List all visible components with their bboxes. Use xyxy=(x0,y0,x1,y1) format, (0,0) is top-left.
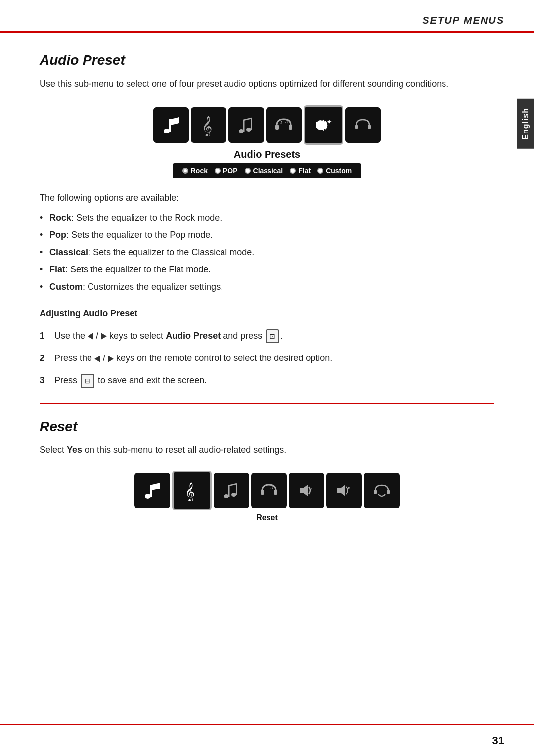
header-title: SETUP MENUS xyxy=(422,15,504,26)
svg-point-5 xyxy=(246,128,251,132)
reset-icon-5: ♪ xyxy=(289,473,324,508)
bullet-rock-text: : Sets the equalizer to the Rock mode. xyxy=(71,213,222,222)
radio-pop: POP xyxy=(215,167,238,175)
reset-heading: Reset xyxy=(40,419,494,435)
enter-button-icon: ⊡ xyxy=(266,329,279,343)
radio-classical-label: Classical xyxy=(253,167,283,175)
bottom-bar: 31 xyxy=(0,724,534,756)
left-arrow-icon-2 xyxy=(94,356,100,362)
bullet-pop: Pop: Sets the equalizer to the Pop mode. xyxy=(40,228,494,242)
svg-rect-17 xyxy=(150,485,152,497)
bullet-flat: Flat: Sets the equalizer to the Flat mod… xyxy=(40,263,494,276)
english-side-tab: English xyxy=(517,99,534,149)
audio-presets-label: Audio Presets xyxy=(234,149,300,160)
svg-text:♪: ♪ xyxy=(310,485,312,492)
svg-rect-24 xyxy=(274,490,277,495)
steps-list: 1 Use the / keys to select Audio Preset … xyxy=(40,329,494,388)
radio-flat-circle xyxy=(290,168,296,174)
reset-icon-2-selected: 𝄞 xyxy=(172,471,212,510)
svg-rect-31 xyxy=(374,490,377,494)
preset-icon-1 xyxy=(153,107,189,143)
radio-rock-label: Rock xyxy=(191,167,208,175)
audio-preset-ui: 𝄞 xyxy=(153,105,381,178)
radio-custom-label: Custom xyxy=(326,167,352,175)
bullet-pop-text: : Sets the equalizer to the Pop mode. xyxy=(66,230,213,240)
step-1: 1 Use the / keys to select Audio Preset … xyxy=(40,329,494,343)
svg-point-0 xyxy=(164,129,170,133)
svg-text:𝄞: 𝄞 xyxy=(202,116,212,136)
section-divider xyxy=(40,403,494,404)
radio-options-row: Rock POP Classical Flat Custom xyxy=(173,163,362,178)
radio-pop-circle xyxy=(215,168,221,174)
bullet-custom: Custom: Customizes the equalizer setting… xyxy=(40,280,494,294)
svg-text:𝄞: 𝄞 xyxy=(185,482,195,501)
svg-text:♫: ♫ xyxy=(270,484,274,489)
svg-rect-1 xyxy=(169,119,171,132)
right-arrow-icon-2 xyxy=(108,356,114,362)
audio-preset-heading: Audio Preset xyxy=(40,52,494,68)
svg-text:✦: ✦ xyxy=(326,118,332,126)
svg-rect-20 xyxy=(228,486,230,497)
reset-ui-label: Reset xyxy=(256,513,278,522)
reset-icon-4: ♪ ♫ xyxy=(251,473,287,508)
step-3-num: 3 xyxy=(40,373,44,388)
reset-description: Select Yes on this sub-menu to reset all… xyxy=(40,444,494,457)
svg-rect-22 xyxy=(236,484,237,495)
svg-rect-14 xyxy=(355,125,358,129)
following-options-text: The following options are available: xyxy=(40,193,494,203)
audio-preset-ui-container: 𝄞 xyxy=(40,105,494,178)
svg-point-19 xyxy=(224,494,229,498)
svg-text:♪: ♪ xyxy=(280,119,283,126)
step-1-bold: Audio Preset xyxy=(166,331,221,341)
reset-ui-container: 𝄞 xyxy=(40,471,494,522)
bullet-classical: Classical: Sets the equalizer to the Cla… xyxy=(40,246,494,259)
bullet-flat-bold: Flat xyxy=(49,265,65,274)
page-number: 31 xyxy=(492,734,504,747)
bullet-custom-text: : Customizes the equalizer settings. xyxy=(83,282,223,292)
audio-preset-description: Use this sub-menu to select one of four … xyxy=(40,77,494,90)
svg-rect-32 xyxy=(387,490,390,494)
bullet-classical-text: : Sets the equalizer to the Classical mo… xyxy=(88,247,254,257)
radio-rock: Rock xyxy=(182,167,208,175)
header-bar: SETUP MENUS xyxy=(0,0,534,33)
radio-classical: Classical xyxy=(245,167,283,175)
svg-marker-29 xyxy=(337,485,345,496)
step-2: 2 Press the / keys on the remote control… xyxy=(40,351,494,365)
main-content: Audio Preset Use this sub-menu to select… xyxy=(0,33,534,567)
preset-icon-6 xyxy=(345,107,381,143)
radio-rock-circle xyxy=(182,168,188,174)
step-3: 3 Press ⊟ to save and exit the screen. xyxy=(40,373,494,388)
radio-classical-circle xyxy=(245,168,251,174)
reset-icon-1 xyxy=(134,473,170,508)
svg-rect-15 xyxy=(368,125,371,129)
radio-flat: Flat xyxy=(290,167,311,175)
adjusting-audio-preset-subheading: Adjusting Audio Preset xyxy=(40,309,494,319)
svg-rect-6 xyxy=(251,118,252,130)
bullet-custom-bold: Custom xyxy=(49,282,83,292)
preset-icon-5-selected: ✦ xyxy=(304,105,343,145)
svg-rect-8 xyxy=(289,125,292,130)
reset-ui: 𝄞 xyxy=(134,471,400,522)
reset-yes-bold: Yes xyxy=(67,445,82,455)
menu-button-icon: ⊟ xyxy=(81,374,94,388)
radio-flat-label: Flat xyxy=(298,167,311,175)
options-bullet-list: Rock: Sets the equalizer to the Rock mod… xyxy=(40,211,494,294)
svg-text:♪: ♪ xyxy=(265,484,268,491)
bullet-flat-text: : Sets the equalizer to the Flat mode. xyxy=(65,265,211,274)
bullet-rock-bold: Rock xyxy=(49,213,71,222)
preset-icons-row: 𝄞 xyxy=(153,105,381,145)
reset-icon-3 xyxy=(214,473,249,508)
left-arrow-icon-1 xyxy=(88,333,93,340)
svg-point-3 xyxy=(239,129,244,133)
bullet-pop-bold: Pop xyxy=(49,230,66,240)
reset-icon-6: ✦ xyxy=(326,473,362,508)
bullet-rock: Rock: Sets the equalizer to the Rock mod… xyxy=(40,211,494,224)
right-arrow-icon-1 xyxy=(101,333,107,340)
svg-text:♫: ♫ xyxy=(285,119,289,124)
svg-point-16 xyxy=(145,494,151,499)
reset-icons-row: 𝄞 xyxy=(134,471,400,510)
bullet-classical-bold: Classical xyxy=(49,247,88,257)
radio-pop-label: POP xyxy=(223,167,238,175)
step-2-num: 2 xyxy=(40,351,44,365)
preset-icon-3 xyxy=(228,107,264,143)
